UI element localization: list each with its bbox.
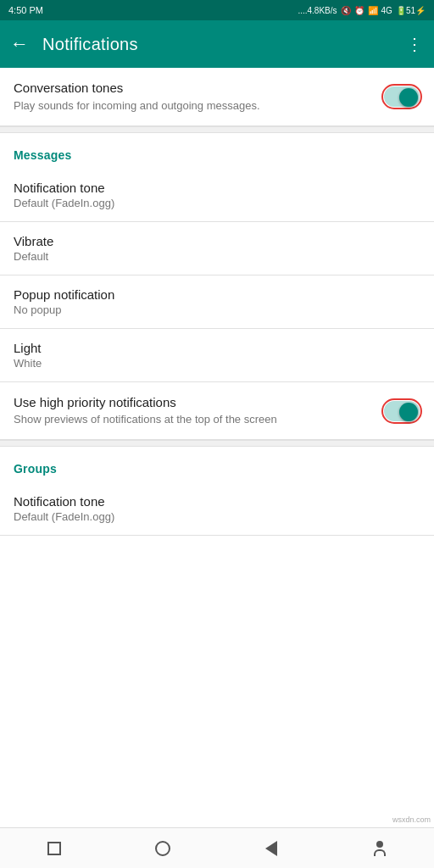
light-row[interactable]: Light White — [0, 329, 434, 382]
groups-notification-tone-row[interactable]: Notification tone Default (FadeIn.ogg) — [0, 482, 434, 536]
status-bar: 4:50 PM ....4.8KB/s 🔇 ⏰ 📶 4G 🔋51⚡ — [0, 0, 434, 20]
page-title: Notifications — [42, 35, 406, 54]
toggle-track — [384, 86, 420, 107]
toggle-track-2 — [384, 401, 420, 421]
settings-content: Conversation tones Play sounds for incom… — [0, 68, 434, 576]
nav-home-button[interactable] — [142, 828, 183, 869]
notification-tone-row[interactable]: Notification tone Default (FadeIn.ogg) — [0, 169, 434, 222]
accessibility-icon — [374, 841, 386, 856]
popup-notification-row[interactable]: Popup notification No popup — [0, 275, 434, 329]
toolbar: ← Notifications ⋮ — [0, 20, 434, 68]
groups-notification-tone-title: Notification tone — [14, 494, 420, 509]
popup-notification-value: No popup — [14, 303, 420, 316]
high-priority-row[interactable]: Use high priority notifications Show pre… — [0, 382, 434, 441]
divider-2 — [0, 440, 434, 447]
signal-icon: 📶 — [368, 6, 378, 15]
nav-accessibility-button[interactable] — [359, 828, 400, 869]
high-priority-toggle[interactable] — [383, 400, 420, 422]
high-priority-content: Use high priority notifications Show pre… — [14, 394, 383, 428]
back-button[interactable]: ← — [10, 35, 29, 53]
high-priority-subtitle: Show previews of notifications at the to… — [14, 412, 383, 427]
more-options-button[interactable]: ⋮ — [406, 34, 424, 54]
home-icon — [155, 841, 170, 856]
status-icons: ....4.8KB/s 🔇 ⏰ 📶 4G 🔋51⚡ — [298, 6, 426, 15]
vibrate-title: Vibrate — [14, 234, 420, 248]
battery-icon: 🔋51⚡ — [396, 6, 426, 15]
vibrate-row[interactable]: Vibrate Default — [0, 222, 434, 275]
messages-section-header: Messages — [0, 133, 434, 169]
alarm-icon: ⏰ — [354, 6, 364, 15]
watermark: wsxdn.com — [392, 815, 431, 824]
conversation-tones-row[interactable]: Conversation tones Play sounds for incom… — [0, 68, 434, 126]
notification-tone-title: Notification tone — [14, 181, 420, 195]
divider-1 — [0, 126, 434, 133]
light-value: White — [14, 357, 420, 370]
conversation-tones-toggle[interactable] — [383, 86, 420, 108]
navigation-bar — [0, 827, 434, 868]
toggle-thumb — [399, 88, 418, 107]
recents-icon — [47, 842, 61, 855]
back-icon — [265, 841, 277, 856]
notification-tone-value: Default (FadeIn.ogg) — [14, 197, 420, 209]
toggle-thumb-2 — [399, 403, 418, 421]
light-title: Light — [14, 341, 420, 355]
person-head — [376, 841, 383, 848]
nav-recents-button[interactable] — [34, 828, 75, 869]
vibrate-value: Default — [14, 250, 420, 263]
nav-back-button[interactable] — [251, 828, 292, 869]
groups-section-header: Groups — [0, 447, 434, 482]
mute-icon: 🔇 — [341, 6, 351, 15]
conversation-tones-title: Conversation tones — [14, 80, 383, 97]
status-time: 4:50 PM — [8, 5, 43, 15]
popup-notification-title: Popup notification — [14, 287, 420, 302]
person-body — [374, 849, 386, 856]
conversation-tones-content: Conversation tones Play sounds for incom… — [14, 80, 383, 114]
groups-notification-tone-value: Default (FadeIn.ogg) — [14, 510, 420, 523]
conversation-tones-subtitle: Play sounds for incoming and outgoing me… — [14, 98, 383, 114]
network-speed: ....4.8KB/s — [298, 6, 337, 15]
high-priority-title: Use high priority notifications — [14, 394, 383, 411]
4g-icon: 4G — [381, 6, 392, 15]
